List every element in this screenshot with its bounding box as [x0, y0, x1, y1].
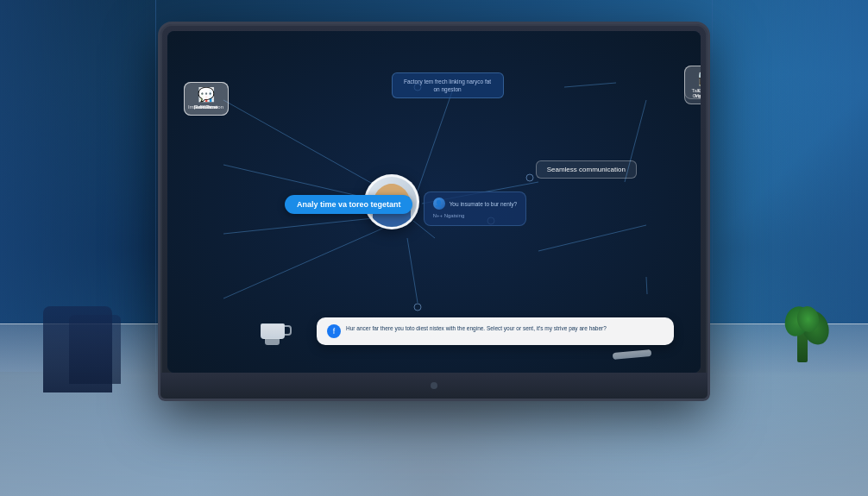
- top-feature-box: Factory tem frech linking naryco fat on …: [392, 72, 504, 98]
- coffee-cup: [261, 323, 285, 345]
- svg-line-5: [564, 83, 616, 87]
- monitor-chin: [160, 373, 708, 399]
- bottom-chat-text: Hur ancer far there you toto diest niste…: [346, 324, 607, 333]
- plant-decoration: [797, 328, 808, 362]
- chair-left-2: [69, 315, 121, 384]
- monitor: Analy time va toreo tegetant Factory tem…: [158, 22, 710, 401]
- chat-question: You insumate to bur nenly?: [450, 200, 518, 208]
- svg-line-3: [223, 225, 390, 298]
- seamless-communication-box: Seamless communication: [536, 160, 637, 179]
- svg-line-10: [407, 238, 418, 303]
- main-label: Analy time va toreo tegetant: [285, 195, 413, 214]
- svg-point-15: [526, 174, 533, 181]
- svg-line-2: [223, 217, 390, 234]
- screen-content: Analy time va toreo tegetant Factory tem…: [167, 31, 701, 373]
- chat-answer: N++ Ngatsing: [433, 212, 518, 219]
- polls-label: Polls: [200, 104, 211, 110]
- talk-manager-label: Talk Manager: [691, 88, 701, 93]
- middle-chat-box: 👤 You insumate to bur nenly? N++ Ngatsin…: [424, 191, 527, 225]
- scene: Analy time va toreo tegetant Factory tem…: [0, 0, 868, 496]
- svg-line-4: [418, 91, 452, 191]
- icon-polls: 💬 Polls: [184, 82, 229, 116]
- svg-line-9: [538, 225, 646, 251]
- monitor-screen: Analy time va toreo tegetant Factory tem…: [167, 31, 701, 373]
- monitor-power-dot: [431, 382, 437, 389]
- svg-point-14: [414, 304, 421, 311]
- bottom-chat-box: f Hur ancer far there you toto diest nis…: [317, 317, 674, 345]
- icon-talk-manager: 📷 Talk Manager: [684, 66, 701, 99]
- svg-line-11: [646, 277, 647, 294]
- talk-manager-icon: 📷: [698, 72, 701, 85]
- polls-icon: 💬: [198, 88, 215, 102]
